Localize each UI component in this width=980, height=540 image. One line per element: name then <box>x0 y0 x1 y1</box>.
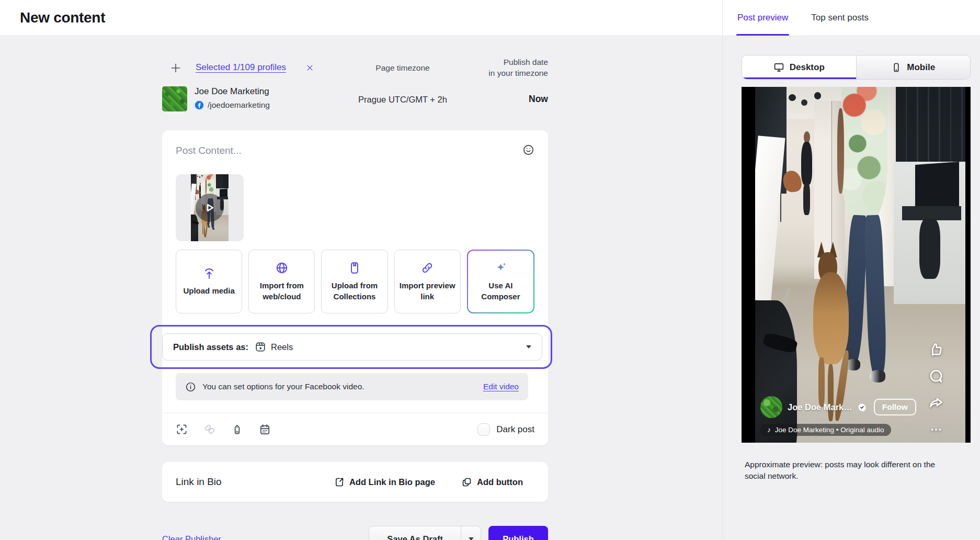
profile-selector-row: Selected 1/109 profiles Page timezone Pu… <box>162 57 548 80</box>
mobile-icon <box>891 62 902 73</box>
preview-panel: Post preview Top sent posts Desktop Mobi… <box>722 0 980 540</box>
publish-assets-value: Reels <box>271 342 293 352</box>
bio-page-icon <box>334 477 345 488</box>
verified-badge-icon <box>858 403 867 412</box>
edit-video-link[interactable]: Edit video <box>483 382 519 391</box>
add-link-in-bio-page-button[interactable]: Add Link in Bio page <box>334 477 435 488</box>
follow-button[interactable]: Follow <box>874 399 916 415</box>
play-icon <box>203 201 216 215</box>
music-note-icon: ♪ <box>767 426 771 434</box>
save-as-draft-button[interactable]: Save As Draft <box>369 526 481 540</box>
share-button[interactable] <box>928 395 944 412</box>
publish-date-label: Publish date in your timezone <box>449 57 548 79</box>
comment-icon <box>928 368 944 385</box>
selected-profiles-link[interactable]: Selected 1/109 profiles <box>196 62 286 73</box>
chevron-down-icon <box>526 345 531 348</box>
device-mobile-tab[interactable]: Mobile <box>856 55 971 79</box>
use-ai-composer-button[interactable]: Use AI Composer <box>467 250 534 313</box>
video-options-info-text: You can set options for your Facebook vi… <box>202 382 364 391</box>
button-icon <box>461 477 472 488</box>
video-options-info: You can set options for your Facebook vi… <box>176 373 528 400</box>
globe-icon <box>275 261 289 275</box>
publish-assets-label: Publish assets as: <box>173 342 248 352</box>
smiley-icon <box>522 144 534 156</box>
calendar-button[interactable] <box>259 423 271 436</box>
video-thumbnail <box>191 174 229 241</box>
page-title: New content <box>20 9 105 26</box>
device-desktop-tab[interactable]: Desktop <box>742 55 856 79</box>
upload-collections-button[interactable]: Upload from Collections <box>321 250 388 313</box>
profile-avatar <box>162 86 187 111</box>
collections-icon <box>348 261 361 275</box>
upload-options-row: Upload media Import from web/cloud Uploa… <box>176 250 534 313</box>
desktop-icon <box>773 62 784 73</box>
comment-button[interactable] <box>928 368 944 386</box>
tag-icon <box>231 423 243 435</box>
preview-account-row: Joe Doe Mark… Follow <box>760 396 916 418</box>
more-options-button[interactable] <box>928 421 944 439</box>
page-timezone-label: Page timezone <box>356 63 450 73</box>
scan-icon <box>176 423 188 435</box>
like-button[interactable] <box>928 341 944 359</box>
account-row: Joe Doe Marketing /joedoemarketing Pragu… <box>162 86 548 117</box>
clear-publisher-link[interactable]: Clear Publisher <box>162 534 221 540</box>
publisher-actions: Clear Publisher Save As Draft Publish <box>162 526 548 540</box>
publish-assets-select[interactable]: Publish assets as: Reels <box>162 333 542 361</box>
composer-footer: Dark post <box>162 413 548 445</box>
upload-media-button[interactable]: Upload media <box>176 250 242 313</box>
link-in-bio-card: Link in Bio Add Link in Bio page Add but… <box>162 462 548 502</box>
import-preview-link-button[interactable]: Import preview link <box>394 250 461 313</box>
thumbs-up-icon <box>928 341 944 358</box>
link-icon <box>420 261 434 275</box>
play-overlay <box>191 174 229 241</box>
save-options-caret[interactable] <box>461 526 481 540</box>
preview-account-name: Joe Doe Mark… <box>788 402 852 412</box>
tab-top-sent-posts[interactable]: Top sent posts <box>811 0 869 36</box>
add-profile-button[interactable] <box>168 61 183 76</box>
labels-button[interactable] <box>203 423 215 436</box>
reels-icon <box>255 341 266 353</box>
ai-sparkles-icon <box>494 261 507 275</box>
ellipsis-icon <box>928 422 944 437</box>
close-icon <box>306 64 314 72</box>
publish-assets-highlight: Publish assets as: Reels <box>150 325 552 369</box>
dark-post-label: Dark post <box>496 424 534 435</box>
page-timezone-value: Prague UTC/GMT + 2h <box>356 95 450 105</box>
preview-disclaimer: Approximate preview: posts may look diff… <box>745 459 954 482</box>
dark-post-toggle[interactable]: Dark post <box>477 423 534 436</box>
publisher-panel: Selected 1/109 profiles Page timezone Pu… <box>0 36 722 540</box>
labels-icon <box>203 423 215 435</box>
info-icon <box>185 381 196 392</box>
publish-button[interactable]: Publish <box>488 526 548 540</box>
composer-card: Post Content... Upload <box>162 130 548 445</box>
account-handle: /joedoemarketing <box>208 100 270 110</box>
account-name: Joe Doe Marketing <box>195 86 270 97</box>
scan-media-button[interactable] <box>176 423 188 436</box>
dark-post-checkbox[interactable] <box>477 423 490 436</box>
import-web-cloud-button[interactable]: Import from web/cloud <box>248 250 315 313</box>
left-header: New content <box>0 0 722 36</box>
preview-tabbar: Post preview Top sent posts <box>723 0 980 36</box>
chevron-down-icon <box>469 537 474 540</box>
post-content-input[interactable]: Post Content... <box>176 145 242 156</box>
deselect-profiles-button[interactable] <box>304 63 315 74</box>
media-thumbnail[interactable] <box>176 174 244 241</box>
preview-avatar <box>760 396 782 418</box>
emoji-picker-button[interactable] <box>522 144 534 158</box>
facebook-icon <box>195 100 204 110</box>
calendar-icon <box>259 423 271 435</box>
add-button-button[interactable]: Add button <box>461 477 523 488</box>
plus-icon <box>169 62 182 74</box>
publish-date-value[interactable]: Now <box>529 94 548 105</box>
audio-attribution[interactable]: ♪ Joe Doe Marketing • Original audio <box>760 424 891 436</box>
post-preview-video: Joe Doe Mark… Follow ♪ Joe Doe Marketing… <box>742 87 971 443</box>
tab-post-preview[interactable]: Post preview <box>737 0 788 36</box>
device-toggle: Desktop Mobile <box>742 55 971 80</box>
tag-button[interactable] <box>231 423 243 436</box>
link-in-bio-title: Link in Bio <box>176 476 222 488</box>
share-icon <box>928 395 944 411</box>
reaction-stack <box>928 341 944 439</box>
upload-icon <box>202 266 216 280</box>
